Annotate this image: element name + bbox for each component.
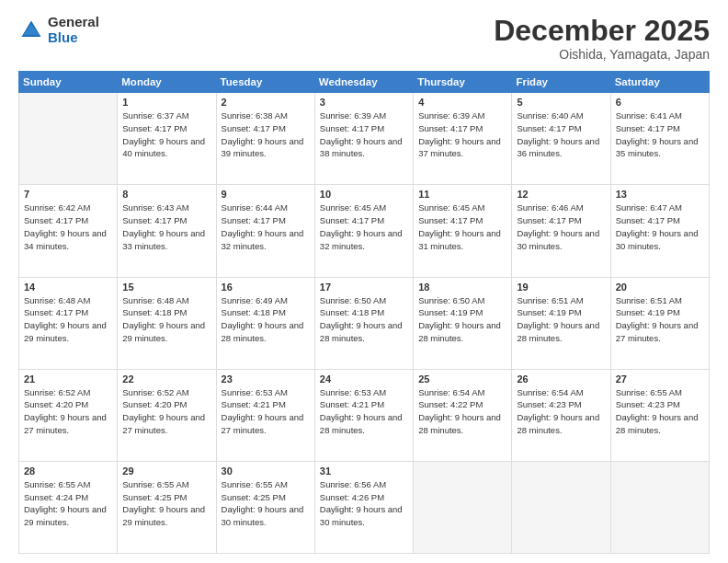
day-number: 16 [222,282,310,293]
sun-info: Sunrise: 6:53 AMSunset: 4:21 PMDaylight:… [222,386,310,437]
sun-info: Sunrise: 6:46 AMSunset: 4:17 PMDaylight:… [517,201,605,252]
sun-info: Sunrise: 6:45 AMSunset: 4:17 PMDaylight:… [320,201,408,252]
day-number: 9 [222,189,310,200]
day-number: 15 [122,282,210,293]
calendar-table: Sunday Monday Tuesday Wednesday Thursday… [18,71,710,554]
calendar-cell: 11 Sunrise: 6:45 AMSunset: 4:17 PMDaylig… [414,185,512,277]
calendar-cell: 12 Sunrise: 6:46 AMSunset: 4:17 PMDaylig… [512,185,610,277]
logo-general: General [48,15,99,30]
day-number: 13 [616,189,704,200]
day-number: 1 [122,97,210,108]
calendar-cell: 26 Sunrise: 6:54 AMSunset: 4:23 PMDaylig… [512,369,610,461]
calendar-week-row: 14 Sunrise: 6:48 AMSunset: 4:17 PMDaylig… [19,277,710,369]
day-number: 31 [320,465,408,477]
col-monday: Monday [118,72,216,93]
sun-info: Sunrise: 6:40 AMSunset: 4:17 PMDaylight:… [517,109,605,160]
day-number: 6 [616,97,704,108]
sun-info: Sunrise: 6:53 AMSunset: 4:21 PMDaylight:… [320,386,408,437]
month-title: December 2025 [494,15,710,47]
sun-info: Sunrise: 6:43 AMSunset: 4:17 PMDaylight:… [122,201,210,252]
day-number: 23 [222,373,310,385]
calendar-cell: 24 Sunrise: 6:53 AMSunset: 4:21 PMDaylig… [314,369,413,461]
day-number: 11 [418,189,506,200]
header: General Blue December 2025 Oishida, Yama… [18,15,710,62]
calendar-week-row: 21 Sunrise: 6:52 AMSunset: 4:20 PMDaylig… [19,369,710,461]
calendar-cell: 29 Sunrise: 6:55 AMSunset: 4:25 PMDaylig… [118,461,216,553]
calendar-cell: 31 Sunrise: 6:56 AMSunset: 4:26 PMDaylig… [314,461,413,553]
calendar-cell: 2 Sunrise: 6:38 AMSunset: 4:17 PMDayligh… [216,93,314,185]
sun-info: Sunrise: 6:39 AMSunset: 4:17 PMDaylight:… [320,109,408,160]
sun-info: Sunrise: 6:56 AMSunset: 4:26 PMDaylight:… [320,478,408,529]
day-number: 17 [320,282,408,293]
day-number: 12 [517,189,605,200]
sun-info: Sunrise: 6:45 AMSunset: 4:17 PMDaylight:… [418,201,506,252]
svg-marker-1 [23,24,40,35]
page: General Blue December 2025 Oishida, Yama… [0,0,728,563]
sun-info: Sunrise: 6:50 AMSunset: 4:19 PMDaylight:… [418,294,506,345]
logo: General Blue [18,15,99,45]
calendar-cell: 23 Sunrise: 6:53 AMSunset: 4:21 PMDaylig… [216,369,314,461]
calendar-cell: 6 Sunrise: 6:41 AMSunset: 4:17 PMDayligh… [610,93,709,185]
calendar-week-row: 28 Sunrise: 6:55 AMSunset: 4:24 PMDaylig… [19,461,710,553]
location: Oishida, Yamagata, Japan [494,47,710,62]
calendar-cell: 8 Sunrise: 6:43 AMSunset: 4:17 PMDayligh… [118,185,216,277]
calendar-cell: 10 Sunrise: 6:45 AMSunset: 4:17 PMDaylig… [314,185,413,277]
day-number: 21 [24,373,112,385]
day-number: 3 [320,97,408,108]
sun-info: Sunrise: 6:51 AMSunset: 4:19 PMDaylight:… [517,294,605,345]
calendar-cell: 14 Sunrise: 6:48 AMSunset: 4:17 PMDaylig… [19,277,118,369]
sun-info: Sunrise: 6:55 AMSunset: 4:25 PMDaylight:… [222,478,310,529]
day-number: 30 [222,465,310,477]
logo-icon [18,17,44,43]
sun-info: Sunrise: 6:37 AMSunset: 4:17 PMDaylight:… [122,109,210,160]
sun-info: Sunrise: 6:55 AMSunset: 4:24 PMDaylight:… [24,478,112,529]
calendar-cell: 19 Sunrise: 6:51 AMSunset: 4:19 PMDaylig… [512,277,610,369]
calendar-cell: 20 Sunrise: 6:51 AMSunset: 4:19 PMDaylig… [610,277,709,369]
sun-info: Sunrise: 6:39 AMSunset: 4:17 PMDaylight:… [418,109,506,160]
calendar-week-row: 1 Sunrise: 6:37 AMSunset: 4:17 PMDayligh… [19,93,710,185]
day-number: 4 [418,97,506,108]
logo-blue: Blue [48,30,99,46]
sun-info: Sunrise: 6:48 AMSunset: 4:18 PMDaylight:… [122,294,210,345]
col-thursday: Thursday [414,72,512,93]
calendar-week-row: 7 Sunrise: 6:42 AMSunset: 4:17 PMDayligh… [19,185,710,277]
day-number: 22 [122,373,210,385]
calendar-cell [414,461,512,553]
calendar-cell [610,461,709,553]
sun-info: Sunrise: 6:49 AMSunset: 4:18 PMDaylight:… [222,294,310,345]
day-number: 26 [517,373,605,385]
day-number: 5 [517,97,605,108]
calendar-cell: 5 Sunrise: 6:40 AMSunset: 4:17 PMDayligh… [512,93,610,185]
calendar-cell: 25 Sunrise: 6:54 AMSunset: 4:22 PMDaylig… [414,369,512,461]
day-number: 27 [616,373,704,385]
calendar-cell: 3 Sunrise: 6:39 AMSunset: 4:17 PMDayligh… [314,93,413,185]
title-section: December 2025 Oishida, Yamagata, Japan [494,15,710,62]
day-number: 18 [418,282,506,293]
sun-info: Sunrise: 6:51 AMSunset: 4:19 PMDaylight:… [616,294,704,345]
calendar-cell: 30 Sunrise: 6:55 AMSunset: 4:25 PMDaylig… [216,461,314,553]
sun-info: Sunrise: 6:52 AMSunset: 4:20 PMDaylight:… [122,386,210,437]
sun-info: Sunrise: 6:48 AMSunset: 4:17 PMDaylight:… [24,294,112,345]
col-sunday: Sunday [19,72,118,93]
calendar-cell: 15 Sunrise: 6:48 AMSunset: 4:18 PMDaylig… [118,277,216,369]
day-number: 28 [24,465,112,477]
logo-text: General Blue [48,15,99,45]
calendar-cell: 4 Sunrise: 6:39 AMSunset: 4:17 PMDayligh… [414,93,512,185]
calendar-header-row: Sunday Monday Tuesday Wednesday Thursday… [19,72,710,93]
day-number: 25 [418,373,506,385]
calendar-cell: 27 Sunrise: 6:55 AMSunset: 4:23 PMDaylig… [610,369,709,461]
sun-info: Sunrise: 6:52 AMSunset: 4:20 PMDaylight:… [24,386,112,437]
day-number: 24 [320,373,408,385]
calendar-cell: 21 Sunrise: 6:52 AMSunset: 4:20 PMDaylig… [19,369,118,461]
calendar-cell: 9 Sunrise: 6:44 AMSunset: 4:17 PMDayligh… [216,185,314,277]
calendar-cell [19,93,118,185]
sun-info: Sunrise: 6:55 AMSunset: 4:23 PMDaylight:… [616,386,704,437]
calendar-cell [512,461,610,553]
day-number: 19 [517,282,605,293]
sun-info: Sunrise: 6:41 AMSunset: 4:17 PMDaylight:… [616,109,704,160]
day-number: 8 [122,189,210,200]
sun-info: Sunrise: 6:42 AMSunset: 4:17 PMDaylight:… [24,201,112,252]
day-number: 7 [24,189,112,200]
col-tuesday: Tuesday [216,72,314,93]
col-friday: Friday [512,72,610,93]
